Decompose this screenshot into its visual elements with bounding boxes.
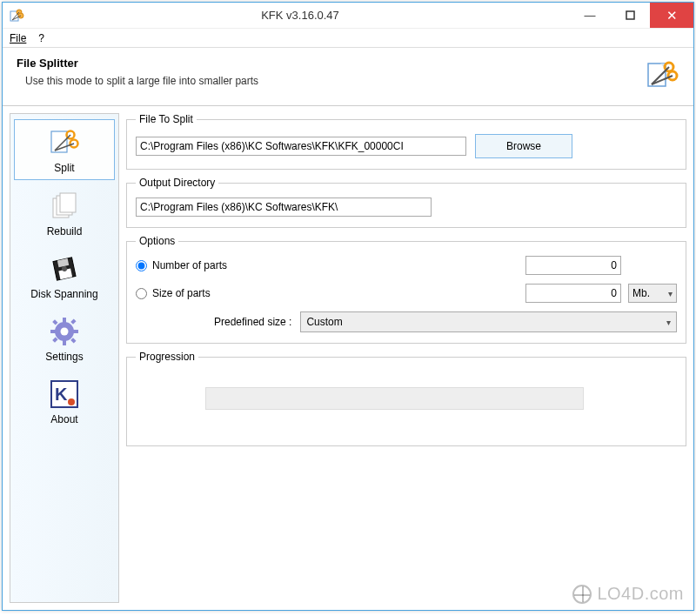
- number-of-parts-label: Number of parts: [152, 259, 227, 271]
- chevron-down-icon: ▾: [666, 318, 671, 327]
- sidebar: Split Rebuild: [10, 113, 119, 603]
- size-unit-select[interactable]: Mb. ▾: [628, 284, 677, 303]
- main-panel: File To Split Browse Output Directory Op…: [126, 113, 686, 603]
- output-directory-legend: Output Directory: [136, 177, 218, 189]
- sidebar-item-disk-spanning[interactable]: Disk Spanning: [14, 246, 115, 305]
- menu-help[interactable]: ?: [38, 32, 44, 44]
- page-subtitle: Use this mode to split a large file into…: [17, 75, 634, 87]
- svg-point-25: [61, 328, 69, 336]
- svg-point-36: [68, 398, 75, 405]
- close-button[interactable]: ✕: [650, 3, 693, 28]
- kc-logo-icon: K: [47, 377, 82, 412]
- scissors-file-icon: [643, 57, 679, 93]
- file-to-split-group: File To Split Browse: [126, 113, 686, 170]
- sidebar-item-about[interactable]: K About: [14, 372, 115, 431]
- svg-rect-19: [60, 193, 76, 212]
- size-of-parts-input[interactable]: [525, 284, 621, 303]
- titlebar: KFK v3.16.0.47 — ✕: [3, 3, 693, 29]
- output-directory-group: Output Directory: [126, 177, 686, 228]
- watermark: LO4D.com: [572, 584, 684, 604]
- progress-bar: [205, 387, 584, 410]
- file-to-split-input[interactable]: [136, 137, 466, 156]
- size-of-parts-radio-input[interactable]: [136, 288, 147, 299]
- svg-rect-26: [63, 318, 66, 323]
- gear-icon: [47, 314, 82, 349]
- file-to-split-legend: File To Split: [136, 113, 197, 125]
- sidebar-item-split[interactable]: Split: [14, 119, 115, 180]
- watermark-text: LO4D.com: [597, 584, 684, 604]
- chevron-down-icon: ▾: [668, 289, 673, 298]
- svg-rect-33: [52, 337, 57, 342]
- size-of-parts-label: Size of parts: [152, 287, 211, 299]
- window-controls: — ✕: [570, 3, 693, 28]
- svg-text:K: K: [55, 385, 68, 404]
- content-body: Split Rebuild: [3, 106, 693, 610]
- globe-icon: [572, 585, 592, 604]
- output-directory-input[interactable]: [136, 198, 432, 217]
- sidebar-item-label: Settings: [17, 351, 111, 363]
- number-of-parts-radio-input[interactable]: [136, 260, 147, 271]
- sidebar-item-label: Rebuild: [17, 225, 111, 238]
- number-of-parts-radio[interactable]: Number of parts: [136, 259, 227, 271]
- menubar: File ?: [3, 29, 693, 48]
- minimize-button[interactable]: —: [570, 3, 610, 28]
- maximize-button[interactable]: [610, 3, 650, 28]
- svg-rect-31: [70, 338, 76, 343]
- svg-rect-29: [73, 330, 78, 333]
- svg-rect-32: [70, 318, 76, 324]
- sidebar-item-settings[interactable]: Settings: [14, 309, 115, 368]
- menu-file[interactable]: File: [10, 32, 26, 44]
- page-title: File Splitter: [17, 57, 634, 70]
- sidebar-item-label: Split: [18, 162, 110, 174]
- sidebar-item-label: About: [17, 413, 111, 425]
- page-header: File Splitter Use this mode to split a l…: [3, 48, 693, 106]
- app-icon: [8, 7, 25, 24]
- number-of-parts-input[interactable]: [525, 256, 621, 275]
- sidebar-item-label: Disk Spanning: [17, 288, 111, 300]
- progression-group: Progression: [126, 351, 686, 446]
- size-of-parts-radio[interactable]: Size of parts: [136, 287, 211, 299]
- predefined-size-label: Predefined size :: [214, 316, 291, 328]
- svg-rect-5: [626, 11, 634, 19]
- options-group: Options Number of parts Size of parts: [126, 235, 686, 344]
- size-unit-value: Mb.: [632, 287, 650, 299]
- svg-rect-30: [52, 319, 57, 325]
- app-window: KFK v3.16.0.47 — ✕ File ? File Splitter …: [2, 2, 694, 611]
- options-legend: Options: [136, 235, 178, 247]
- browse-button[interactable]: Browse: [475, 134, 572, 158]
- sidebar-item-rebuild[interactable]: Rebuild: [14, 184, 115, 243]
- predefined-size-select[interactable]: Custom ▾: [300, 311, 677, 332]
- svg-rect-28: [50, 330, 56, 333]
- progression-legend: Progression: [136, 351, 198, 363]
- window-title: KFK v3.16.0.47: [30, 9, 570, 22]
- stack-files-icon: [47, 189, 82, 224]
- floppy-disk-icon: [47, 251, 82, 286]
- svg-rect-27: [63, 340, 66, 345]
- predefined-size-value: Custom: [306, 316, 342, 328]
- scissors-file-icon: [47, 125, 82, 160]
